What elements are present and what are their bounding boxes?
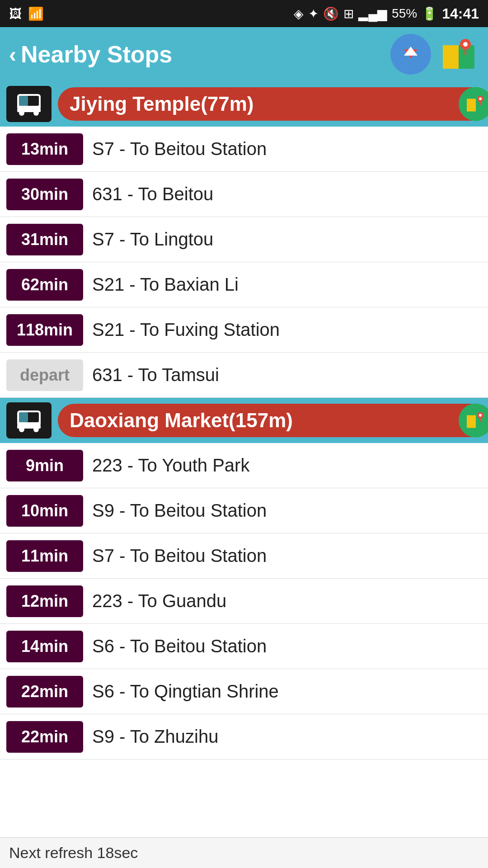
time-badge: 12min [6,585,83,617]
time-badge: 30min [6,179,83,210]
bus-icon-2 [6,402,52,439]
status-left-icons: 🖼 📶 [9,6,44,21]
routes-daoxiang: 9min 223 - To Youth Park 10min S9 - To B… [0,443,488,760]
bus-svg [14,90,43,118]
route-row[interactable]: 9min 223 - To Youth Park [0,443,488,488]
page-title: Nearby Stops [21,41,172,68]
route-label: S9 - To Zhuzihu [92,726,488,747]
route-label: S7 - To Beitou Station [92,546,488,566]
location-icon: ◈ [294,6,304,21]
stop-header-daoxiang: Daoxiang Market(157m) [0,398,488,443]
route-row[interactable]: 13min S7 - To Beitou Station [0,127,488,172]
refresh-text: Next refresh 18sec [9,844,138,861]
time-badge: 62min [6,269,83,301]
map-button[interactable] [438,34,479,75]
status-bar: 🖼 📶 ◈ ✦ 🔇 ⊞ ▂▄▆ 55% 🔋 14:41 [0,0,488,27]
route-row[interactable]: 12min 223 - To Guandu [0,579,488,624]
route-label: S6 - To Qingtian Shrine [92,681,488,702]
svg-rect-14 [467,99,476,111]
time-badge: 11min [6,540,83,572]
time-badge: 22min [6,721,83,753]
route-row[interactable]: 11min S7 - To Beitou Station [0,533,488,579]
time-badge: 14min [6,631,83,662]
svg-point-27 [479,414,482,416]
route-label: 631 - To Beitou [92,184,488,204]
route-row[interactable]: 118min S21 - To Fuxing Station [0,307,488,353]
bus-svg-2 [14,406,43,435]
time-label: 14:41 [442,5,479,22]
svg-rect-12 [17,108,41,112]
route-label: S9 - To Beitou Station [92,500,488,521]
svg-rect-20 [19,412,28,422]
sort-button[interactable] [390,34,431,75]
stop-map-icon-daoxiang[interactable] [459,404,488,438]
top-bar-icons [390,34,479,75]
stop-name-daoxiang[interactable]: Daoxiang Market(157m) [58,404,488,437]
route-row[interactable]: depart 631 - To Tamsui [0,353,488,398]
route-row[interactable]: 30min 631 - To Beitou [0,172,488,217]
time-badge: 10min [6,495,83,527]
status-right-icons: ◈ ✦ 🔇 ⊞ ▂▄▆ 55% 🔋 14:41 [294,5,479,22]
route-label: 223 - To Guandu [92,591,488,611]
route-label: S6 - To Beitou Station [92,636,488,656]
route-label: S7 - To Lingtou [92,229,488,250]
map-icon [441,36,477,72]
svg-rect-3 [443,45,459,69]
signal-icon: ▂▄▆ [358,6,387,21]
route-row[interactable]: 62min S21 - To Baxian Li [0,262,488,307]
time-badge: 31min [6,224,83,255]
stop-name-jiying[interactable]: Jiying Temple(77m) [58,87,488,121]
network-icon: ⊞ [343,6,354,21]
time-badge: 22min [6,676,83,708]
top-bar: ‹ Nearby Stops [0,27,488,81]
svg-rect-9 [19,96,28,106]
bus-icon [6,86,52,122]
bluetooth-icon: ✦ [308,6,319,21]
mute-icon: 🔇 [323,6,339,21]
svg-point-5 [463,42,468,47]
route-row[interactable]: 31min S7 - To Lingtou [0,217,488,262]
back-button[interactable]: ‹ [9,42,16,67]
route-label: 631 - To Tamsui [92,365,488,385]
route-label: 223 - To Youth Park [92,455,488,476]
route-row[interactable]: 22min S6 - To Qingtian Shrine [0,669,488,714]
svg-point-16 [479,97,482,100]
time-badge-depart: depart [6,359,83,391]
battery-icon: 🔋 [422,6,437,21]
route-row[interactable]: 22min S9 - To Zhuzihu [0,714,488,760]
svg-rect-23 [17,425,41,429]
top-bar-left: ‹ Nearby Stops [9,41,172,68]
time-badge: 118min [6,314,83,346]
route-label: S21 - To Baxian Li [92,274,488,295]
stop-map-icon-jiying[interactable] [459,87,488,121]
time-badge: 9min [6,450,83,481]
route-label: S7 - To Beitou Station [92,139,488,159]
route-row[interactable]: 10min S9 - To Beitou Station [0,488,488,533]
photo-icon: 🖼 [9,6,22,21]
wifi-icon: 📶 [28,6,44,21]
routes-jiying: 13min S7 - To Beitou Station 30min 631 -… [0,127,488,398]
footer: Next refresh 18sec [0,837,488,868]
svg-rect-25 [467,415,476,428]
route-label: S21 - To Fuxing Station [92,320,488,340]
route-row[interactable]: 14min S6 - To Beitou Station [0,624,488,669]
battery-label: 55% [392,6,417,21]
time-badge: 13min [6,133,83,165]
stop-header-jiying: Jiying Temple(77m) [0,81,488,127]
sort-icon [398,41,424,67]
